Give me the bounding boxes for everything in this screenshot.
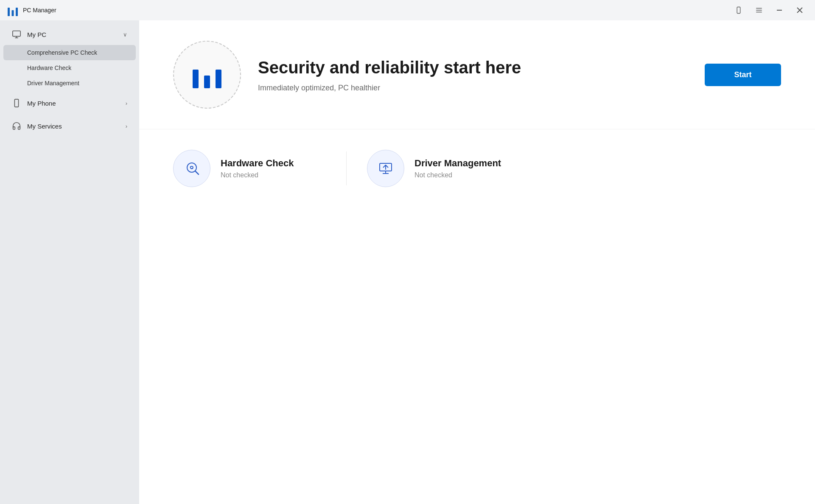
svg-rect-17 [204, 76, 210, 88]
sidebar-my-pc-label: My PC [27, 31, 46, 38]
sidebar-my-phone-label: My Phone [27, 100, 56, 107]
svg-rect-18 [216, 70, 221, 88]
sidebar-item-my-phone-left: My Phone [12, 98, 56, 108]
driver-management-icon [376, 159, 395, 178]
svg-rect-16 [193, 70, 199, 88]
svg-line-20 [195, 171, 199, 174]
hardware-check-info: Hardware Check Not checked [221, 158, 294, 179]
sidebar-subitem-driver-management[interactable]: Driver Management [3, 76, 136, 91]
svg-rect-11 [13, 31, 20, 36]
hardware-check-card[interactable]: Hardware Check Not checked [173, 150, 326, 187]
app-title: PC Manager [23, 7, 56, 14]
svg-rect-8 [777, 10, 782, 11]
driver-management-card[interactable]: Driver Management Not checked [367, 150, 520, 187]
monitor-icon [12, 30, 21, 39]
hardware-check-icon-circle [173, 150, 210, 187]
cards-section: Hardware Check Not checked [139, 129, 815, 207]
sidebar-item-my-pc-left: My PC [12, 30, 46, 39]
hero-logo-circle [173, 41, 241, 109]
sidebar-subitem-comprehensive[interactable]: Comprehensive PC Check [3, 45, 136, 60]
sidebar: My PC ∨ Comprehensive PC Check Hardware … [0, 20, 139, 504]
phone-sidebar-icon [12, 98, 21, 108]
hero-logo-icon [190, 58, 224, 92]
sidebar-item-my-pc[interactable]: My PC ∨ [3, 24, 136, 45]
svg-rect-1 [12, 10, 14, 16]
hardware-check-icon [182, 159, 201, 178]
start-button[interactable]: Start [705, 64, 781, 86]
driver-management-title: Driver Management [415, 158, 501, 169]
sidebar-section-my-pc: My PC ∨ Comprehensive PC Check Hardware … [0, 24, 139, 91]
svg-rect-2 [16, 8, 18, 16]
hardware-check-title: Hardware Check [221, 158, 294, 169]
hardware-check-status: Not checked [221, 171, 294, 179]
sidebar-item-my-services[interactable]: My Services › [3, 115, 136, 137]
sidebar-my-pc-subitems: Comprehensive PC Check Hardware Check Dr… [0, 45, 139, 91]
menu-icon [755, 6, 763, 14]
titlebar: PC Manager [0, 0, 815, 20]
sidebar-item-my-phone[interactable]: My Phone › [3, 92, 136, 114]
close-icon [797, 7, 803, 13]
app-logo-icon [7, 4, 19, 16]
headset-icon [12, 121, 21, 131]
sidebar-my-services-label: My Services [27, 123, 62, 130]
phone-button[interactable] [730, 3, 747, 17]
titlebar-controls [730, 3, 808, 17]
hero-text: Security and reliability start here Imme… [258, 57, 688, 92]
main-container: My PC ∨ Comprehensive PC Check Hardware … [0, 20, 815, 504]
titlebar-left: PC Manager [7, 4, 56, 16]
sidebar-subitem-hardware-check[interactable]: Hardware Check [3, 60, 136, 76]
sidebar-my-pc-chevron: ∨ [123, 31, 127, 38]
driver-management-status: Not checked [415, 171, 501, 179]
svg-rect-3 [737, 7, 740, 14]
sidebar-section-my-services: My Services › [0, 115, 139, 137]
hero-subtitle: Immediately optimized, PC healthier [258, 84, 688, 92]
minimize-button[interactable] [771, 3, 788, 17]
hero-section: Security and reliability start here Imme… [139, 20, 815, 129]
driver-management-icon-circle [367, 150, 404, 187]
sidebar-item-my-services-left: My Services [12, 121, 62, 131]
content-area: Security and reliability start here Imme… [139, 20, 815, 504]
menu-button[interactable] [751, 3, 767, 17]
sidebar-section-my-phone: My Phone › [0, 92, 139, 114]
cards-divider [346, 151, 347, 185]
svg-rect-0 [8, 8, 10, 16]
sidebar-my-services-chevron: › [126, 123, 127, 129]
close-button[interactable] [791, 3, 808, 17]
driver-management-info: Driver Management Not checked [415, 158, 501, 179]
sidebar-my-phone-chevron: › [126, 100, 127, 106]
minimize-icon [777, 10, 782, 11]
phone-icon [735, 6, 742, 14]
hero-title: Security and reliability start here [258, 57, 688, 78]
